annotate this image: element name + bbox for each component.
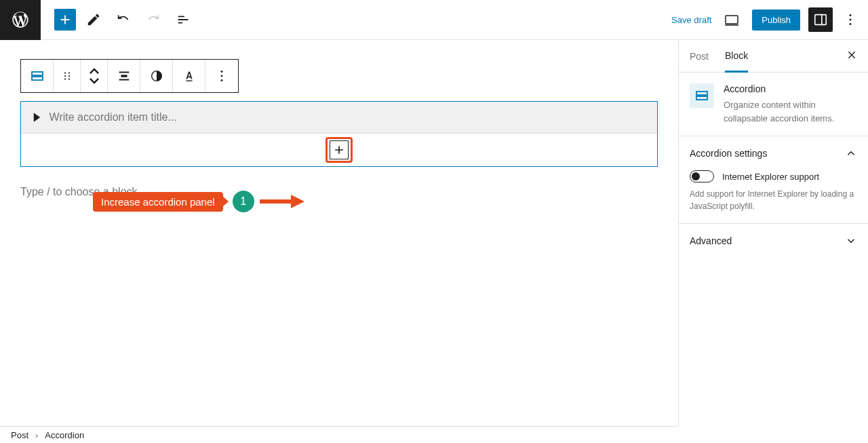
- device-icon: [724, 12, 740, 28]
- text-format-button[interactable]: [173, 60, 205, 92]
- accordion-block[interactable]: [20, 101, 658, 167]
- advanced-panel: Advanced: [679, 223, 868, 258]
- block-toolbar: [20, 59, 239, 93]
- svg-point-13: [68, 78, 69, 79]
- undo-button[interactable]: [111, 7, 136, 32]
- pencil-icon: [86, 12, 101, 27]
- preview-button[interactable]: [719, 7, 744, 32]
- sidebar-icon: [813, 12, 828, 27]
- accordion-item-header[interactable]: [21, 102, 657, 134]
- svg-point-8: [64, 72, 65, 73]
- tab-block[interactable]: Block: [725, 41, 748, 73]
- chevron-up-icon[interactable]: [90, 68, 99, 75]
- kebab-icon: [214, 69, 229, 83]
- svg-point-3: [850, 14, 852, 16]
- svg-point-12: [64, 78, 65, 79]
- panel-title: Advanced: [690, 235, 732, 246]
- plus-icon: [332, 143, 346, 157]
- ie-support-toggle[interactable]: [690, 170, 714, 182]
- ie-support-help: Add support for Internet Explorer by loa…: [690, 188, 857, 212]
- breadcrumb-separator: ›: [35, 430, 38, 440]
- plus-icon: [58, 12, 73, 27]
- accordion-icon: [694, 88, 710, 104]
- annotation: Increase accordion panel 1: [93, 191, 306, 212]
- align-button[interactable]: [108, 60, 140, 92]
- svg-point-5: [850, 23, 852, 25]
- move-buttons: [81, 60, 108, 92]
- redo-icon: [146, 12, 161, 27]
- duotone-icon: [149, 69, 164, 83]
- panel-body: Internet Explorer support Add support fo…: [679, 170, 868, 223]
- kebab-icon: [843, 12, 858, 27]
- main-area: Type / to choose a block Increase accord…: [0, 40, 868, 426]
- svg-rect-7: [32, 77, 43, 80]
- more-menu-button[interactable]: [841, 7, 860, 32]
- toolbar-right: Save draft Publish: [671, 7, 868, 32]
- breadcrumb-current[interactable]: Accordion: [45, 430, 84, 440]
- accordion-icon: [29, 68, 45, 84]
- svg-point-4: [850, 19, 852, 21]
- save-draft-link[interactable]: Save draft: [671, 15, 711, 25]
- top-bar: Save draft Publish: [0, 0, 868, 40]
- svg-rect-0: [726, 16, 738, 24]
- duotone-button[interactable]: [140, 60, 173, 92]
- svg-rect-6: [32, 72, 43, 75]
- toolbar-left: [41, 7, 195, 32]
- breadcrumb: Post › Accordion: [0, 426, 678, 443]
- block-type-icon: [690, 83, 714, 108]
- svg-rect-15: [186, 80, 192, 81]
- triangle-right-icon: [32, 113, 41, 122]
- editor-area: Type / to choose a block Increase accord…: [0, 40, 678, 426]
- svg-point-18: [221, 79, 223, 81]
- arrow-right-icon: [258, 193, 306, 210]
- redo-button[interactable]: [141, 7, 165, 32]
- block-info: Accordion Organize content within collap…: [679, 73, 868, 136]
- ie-support-row: Internet Explorer support: [690, 170, 857, 182]
- document-outline-button[interactable]: [171, 7, 195, 32]
- accordion-body: [21, 134, 657, 166]
- accordion-title-input[interactable]: [50, 111, 646, 123]
- ie-support-label: Internet Explorer support: [722, 172, 819, 182]
- svg-point-16: [221, 71, 223, 73]
- svg-rect-21: [696, 96, 707, 100]
- advanced-header[interactable]: Advanced: [679, 224, 868, 258]
- add-accordion-item-button[interactable]: [330, 140, 349, 159]
- panel-title: Accordion settings: [690, 148, 767, 159]
- breadcrumb-root[interactable]: Post: [11, 430, 28, 440]
- sidebar-tabs: Post Block: [679, 40, 868, 73]
- add-block-button[interactable]: [54, 9, 76, 31]
- publish-button[interactable]: Publish: [752, 9, 800, 31]
- drag-icon: [61, 70, 73, 82]
- chevron-down-icon: [845, 235, 857, 247]
- align-icon: [117, 69, 132, 83]
- list-icon: [176, 12, 191, 27]
- block-type-button[interactable]: [21, 60, 54, 92]
- chevron-down-icon[interactable]: [90, 77, 99, 84]
- sidebar-toggle-button[interactable]: [808, 7, 833, 32]
- svg-rect-1: [815, 15, 827, 25]
- wordpress-icon: [11, 10, 30, 29]
- accordion-settings-panel: Accordion settings Internet Explorer sup…: [679, 136, 868, 223]
- svg-point-10: [64, 75, 65, 77]
- block-title: Accordion: [724, 83, 857, 94]
- close-sidebar-button[interactable]: [846, 50, 857, 62]
- svg-rect-20: [696, 92, 707, 95]
- block-description: Organize content within collapsable acco…: [724, 98, 857, 125]
- sidebar: Post Block Accordion Organize content wi…: [678, 40, 868, 426]
- block-more-button[interactable]: [205, 60, 238, 92]
- chevron-up-icon: [845, 147, 857, 159]
- annotation-number: 1: [233, 191, 254, 212]
- drag-handle[interactable]: [54, 60, 81, 92]
- undo-icon: [116, 12, 131, 27]
- svg-point-11: [68, 75, 69, 77]
- tab-post[interactable]: Post: [690, 41, 709, 71]
- text-icon: [182, 69, 197, 83]
- annotation-label: Increase accordion panel: [93, 192, 223, 212]
- svg-point-9: [68, 72, 69, 73]
- edit-tool-button[interactable]: [81, 7, 106, 32]
- wordpress-logo[interactable]: [0, 0, 41, 40]
- svg-point-17: [221, 75, 223, 77]
- accordion-settings-header[interactable]: Accordion settings: [679, 136, 868, 170]
- close-icon: [846, 50, 857, 60]
